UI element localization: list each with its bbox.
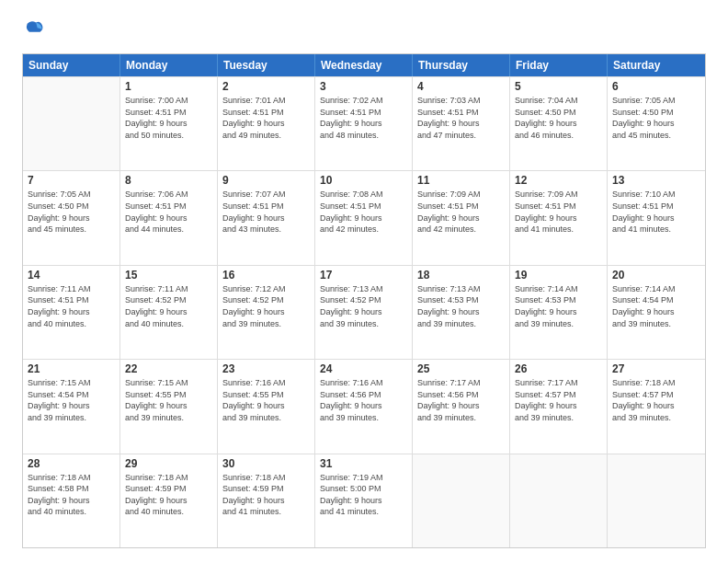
calendar-day-22: 22Sunrise: 7:15 AM Sunset: 4:55 PM Dayli…	[120, 360, 218, 453]
calendar-day-8: 8Sunrise: 7:06 AM Sunset: 4:51 PM Daylig…	[120, 171, 218, 264]
day-number: 5	[515, 80, 602, 93]
calendar-week-2: 7Sunrise: 7:05 AM Sunset: 4:50 PM Daylig…	[23, 170, 705, 264]
calendar-day-29: 29Sunrise: 7:18 AM Sunset: 4:59 PM Dayli…	[120, 454, 218, 547]
calendar-week-1: 1Sunrise: 7:00 AM Sunset: 4:51 PM Daylig…	[23, 76, 705, 170]
day-number: 20	[612, 269, 700, 282]
day-info: Sunrise: 7:07 AM Sunset: 4:51 PM Dayligh…	[222, 189, 310, 235]
day-info: Sunrise: 7:18 AM Sunset: 4:59 PM Dayligh…	[125, 472, 212, 518]
day-info: Sunrise: 7:11 AM Sunset: 4:51 PM Dayligh…	[28, 283, 115, 329]
calendar-day-9: 9Sunrise: 7:07 AM Sunset: 4:51 PM Daylig…	[218, 171, 315, 264]
day-info: Sunrise: 7:15 AM Sunset: 4:55 PM Dayligh…	[125, 377, 212, 423]
day-number: 10	[320, 174, 407, 187]
day-info: Sunrise: 7:17 AM Sunset: 4:57 PM Dayligh…	[515, 377, 602, 423]
calendar-header-monday: Monday	[120, 54, 218, 76]
day-info: Sunrise: 7:09 AM Sunset: 4:51 PM Dayligh…	[417, 189, 505, 235]
day-info: Sunrise: 7:03 AM Sunset: 4:51 PM Dayligh…	[417, 95, 505, 141]
calendar-week-4: 21Sunrise: 7:15 AM Sunset: 4:54 PM Dayli…	[23, 359, 705, 453]
calendar-day-16: 16Sunrise: 7:12 AM Sunset: 4:52 PM Dayli…	[218, 266, 315, 359]
calendar-header-tuesday: Tuesday	[218, 54, 315, 76]
calendar: SundayMondayTuesdayWednesdayThursdayFrid…	[22, 53, 706, 548]
calendar-day-4: 4Sunrise: 7:03 AM Sunset: 4:51 PM Daylig…	[413, 77, 510, 170]
calendar-empty-cell	[413, 454, 510, 547]
day-info: Sunrise: 7:13 AM Sunset: 4:53 PM Dayligh…	[417, 283, 505, 329]
day-number: 9	[222, 174, 310, 187]
calendar-week-3: 14Sunrise: 7:11 AM Sunset: 4:51 PM Dayli…	[23, 265, 705, 359]
day-info: Sunrise: 7:18 AM Sunset: 4:57 PM Dayligh…	[612, 377, 700, 423]
calendar-empty-cell	[510, 454, 608, 547]
calendar-day-13: 13Sunrise: 7:10 AM Sunset: 4:51 PM Dayli…	[608, 171, 705, 264]
day-info: Sunrise: 7:05 AM Sunset: 4:50 PM Dayligh…	[612, 95, 700, 141]
calendar-day-11: 11Sunrise: 7:09 AM Sunset: 4:51 PM Dayli…	[413, 171, 510, 264]
day-info: Sunrise: 7:15 AM Sunset: 4:54 PM Dayligh…	[28, 377, 115, 423]
day-number: 23	[222, 362, 310, 375]
calendar-day-1: 1Sunrise: 7:00 AM Sunset: 4:51 PM Daylig…	[120, 77, 218, 170]
day-number: 7	[28, 174, 115, 187]
calendar-header-wednesday: Wednesday	[315, 54, 413, 76]
day-number: 8	[125, 174, 212, 187]
logo-icon	[24, 18, 44, 39]
day-number: 18	[417, 269, 505, 282]
calendar-day-12: 12Sunrise: 7:09 AM Sunset: 4:51 PM Dayli…	[510, 171, 608, 264]
calendar-day-30: 30Sunrise: 7:18 AM Sunset: 4:59 PM Dayli…	[218, 454, 315, 547]
day-info: Sunrise: 7:13 AM Sunset: 4:52 PM Dayligh…	[320, 283, 407, 329]
calendar-day-26: 26Sunrise: 7:17 AM Sunset: 4:57 PM Dayli…	[510, 360, 608, 453]
calendar-empty-cell	[23, 77, 120, 170]
calendar-day-28: 28Sunrise: 7:18 AM Sunset: 4:58 PM Dayli…	[23, 454, 120, 547]
day-info: Sunrise: 7:02 AM Sunset: 4:51 PM Dayligh…	[320, 95, 407, 141]
day-info: Sunrise: 7:19 AM Sunset: 5:00 PM Dayligh…	[320, 472, 407, 518]
day-number: 15	[125, 269, 212, 282]
page: SundayMondayTuesdayWednesdayThursdayFrid…	[0, 0, 728, 563]
calendar-day-25: 25Sunrise: 7:17 AM Sunset: 4:56 PM Dayli…	[413, 360, 510, 453]
day-number: 2	[222, 80, 310, 93]
day-info: Sunrise: 7:14 AM Sunset: 4:54 PM Dayligh…	[612, 283, 700, 329]
calendar-header-row: SundayMondayTuesdayWednesdayThursdayFrid…	[23, 54, 705, 76]
day-number: 19	[515, 269, 602, 282]
day-info: Sunrise: 7:16 AM Sunset: 4:55 PM Dayligh…	[222, 377, 310, 423]
day-info: Sunrise: 7:08 AM Sunset: 4:51 PM Dayligh…	[320, 189, 407, 235]
day-info: Sunrise: 7:12 AM Sunset: 4:52 PM Dayligh…	[222, 283, 310, 329]
calendar-day-27: 27Sunrise: 7:18 AM Sunset: 4:57 PM Dayli…	[608, 360, 705, 453]
calendar-header-saturday: Saturday	[608, 54, 705, 76]
calendar-header-sunday: Sunday	[23, 54, 120, 76]
day-number: 17	[320, 269, 407, 282]
day-number: 3	[320, 80, 407, 93]
day-info: Sunrise: 7:01 AM Sunset: 4:51 PM Dayligh…	[222, 95, 310, 141]
calendar-day-19: 19Sunrise: 7:14 AM Sunset: 4:53 PM Dayli…	[510, 266, 608, 359]
day-number: 13	[612, 174, 700, 187]
calendar-day-18: 18Sunrise: 7:13 AM Sunset: 4:53 PM Dayli…	[413, 266, 510, 359]
day-number: 6	[612, 80, 700, 93]
day-number: 22	[125, 362, 212, 375]
day-info: Sunrise: 7:04 AM Sunset: 4:50 PM Dayligh…	[515, 95, 602, 141]
calendar-day-21: 21Sunrise: 7:15 AM Sunset: 4:54 PM Dayli…	[23, 360, 120, 453]
day-info: Sunrise: 7:09 AM Sunset: 4:51 PM Dayligh…	[515, 189, 602, 235]
day-info: Sunrise: 7:06 AM Sunset: 4:51 PM Dayligh…	[125, 189, 212, 235]
calendar-body: 1Sunrise: 7:00 AM Sunset: 4:51 PM Daylig…	[23, 76, 705, 547]
calendar-day-6: 6Sunrise: 7:05 AM Sunset: 4:50 PM Daylig…	[608, 77, 705, 170]
calendar-day-31: 31Sunrise: 7:19 AM Sunset: 5:00 PM Dayli…	[315, 454, 413, 547]
calendar-header-friday: Friday	[510, 54, 608, 76]
calendar-day-10: 10Sunrise: 7:08 AM Sunset: 4:51 PM Dayli…	[315, 171, 413, 264]
day-number: 26	[515, 362, 602, 375]
calendar-day-17: 17Sunrise: 7:13 AM Sunset: 4:52 PM Dayli…	[315, 266, 413, 359]
calendar-day-20: 20Sunrise: 7:14 AM Sunset: 4:54 PM Dayli…	[608, 266, 705, 359]
calendar-day-5: 5Sunrise: 7:04 AM Sunset: 4:50 PM Daylig…	[510, 77, 608, 170]
calendar-day-14: 14Sunrise: 7:11 AM Sunset: 4:51 PM Dayli…	[23, 266, 120, 359]
day-number: 25	[417, 362, 505, 375]
day-number: 11	[417, 174, 505, 187]
calendar-day-24: 24Sunrise: 7:16 AM Sunset: 4:56 PM Dayli…	[315, 360, 413, 453]
calendar-header-thursday: Thursday	[413, 54, 510, 76]
day-info: Sunrise: 7:14 AM Sunset: 4:53 PM Dayligh…	[515, 283, 602, 329]
header	[22, 18, 706, 42]
day-info: Sunrise: 7:11 AM Sunset: 4:52 PM Dayligh…	[125, 283, 212, 329]
calendar-day-2: 2Sunrise: 7:01 AM Sunset: 4:51 PM Daylig…	[218, 77, 315, 170]
day-info: Sunrise: 7:16 AM Sunset: 4:56 PM Dayligh…	[320, 377, 407, 423]
day-number: 14	[28, 269, 115, 282]
day-number: 28	[28, 457, 115, 470]
day-info: Sunrise: 7:18 AM Sunset: 4:58 PM Dayligh…	[28, 472, 115, 518]
day-info: Sunrise: 7:17 AM Sunset: 4:56 PM Dayligh…	[417, 377, 505, 423]
day-info: Sunrise: 7:05 AM Sunset: 4:50 PM Dayligh…	[28, 189, 115, 235]
day-info: Sunrise: 7:00 AM Sunset: 4:51 PM Dayligh…	[125, 95, 212, 141]
calendar-day-3: 3Sunrise: 7:02 AM Sunset: 4:51 PM Daylig…	[315, 77, 413, 170]
calendar-empty-cell	[608, 454, 705, 547]
calendar-day-23: 23Sunrise: 7:16 AM Sunset: 4:55 PM Dayli…	[218, 360, 315, 453]
